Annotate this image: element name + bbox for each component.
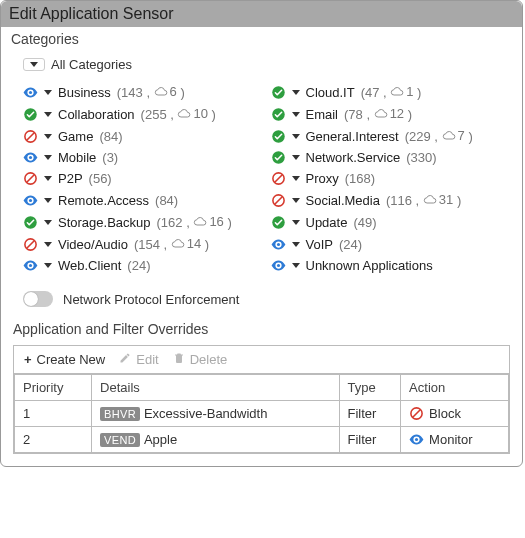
- category-name[interactable]: Business: [58, 85, 111, 100]
- category-name[interactable]: P2P: [58, 171, 83, 186]
- block-icon[interactable]: [23, 129, 38, 144]
- cell-details: BHVRExcessive-Bandwidth: [92, 401, 339, 427]
- chevron-down-icon[interactable]: [44, 263, 52, 268]
- chevron-down-icon[interactable]: [292, 263, 300, 268]
- cell-type: Filter: [339, 427, 401, 453]
- category-count: (84): [99, 129, 122, 144]
- svg-line-10: [27, 175, 35, 183]
- category-row: VoIP (24): [271, 236, 509, 252]
- category-row: Remote.Access (84): [23, 192, 261, 208]
- chevron-down-icon[interactable]: [44, 155, 52, 160]
- category-row: Proxy (168): [271, 171, 509, 186]
- category-row: Business (143 , 6 ): [23, 84, 261, 100]
- category-row: Cloud.IT (47 , 1 ): [271, 84, 509, 100]
- category-count: (78 , 12 ): [344, 106, 412, 122]
- page-title: Edit Application Sensor: [1, 1, 522, 27]
- category-name[interactable]: Proxy: [306, 171, 339, 186]
- block-icon[interactable]: [271, 193, 286, 208]
- svg-line-12: [274, 175, 282, 183]
- cell-action: Block: [401, 401, 509, 427]
- block-icon[interactable]: [23, 171, 38, 186]
- block-icon[interactable]: [23, 237, 38, 252]
- network-protocol-enforcement-toggle[interactable]: [23, 291, 53, 307]
- chevron-down-icon: [30, 62, 38, 67]
- category-name[interactable]: Email: [306, 107, 339, 122]
- chevron-down-icon[interactable]: [292, 220, 300, 225]
- svg-line-19: [27, 240, 35, 248]
- monitor-icon[interactable]: [23, 150, 38, 165]
- category-name[interactable]: Mobile: [58, 150, 96, 165]
- detail-tag: VEND: [100, 433, 140, 447]
- allow-icon[interactable]: [271, 150, 286, 165]
- category-count: (24): [339, 237, 362, 252]
- chevron-down-icon[interactable]: [292, 242, 300, 247]
- category-count: (154 , 14 ): [134, 236, 209, 252]
- chevron-down-icon[interactable]: [44, 220, 52, 225]
- category-name[interactable]: Web.Client: [58, 258, 121, 273]
- allow-icon[interactable]: [271, 129, 286, 144]
- create-new-button[interactable]: + Create New: [24, 352, 105, 367]
- allow-icon[interactable]: [271, 107, 286, 122]
- table-row[interactable]: 2VENDAppleFilterMonitor: [15, 427, 509, 453]
- category-name[interactable]: Unknown Applications: [306, 258, 433, 273]
- category-count: (56): [89, 171, 112, 186]
- monitor-icon[interactable]: [271, 237, 286, 252]
- category-name[interactable]: Cloud.IT: [306, 85, 355, 100]
- category-count: (162 , 16 ): [157, 214, 232, 230]
- category-row: P2P (56): [23, 171, 261, 186]
- monitor-icon[interactable]: [271, 258, 286, 273]
- col-details: Details: [92, 375, 339, 401]
- category-row: Email (78 , 12 ): [271, 106, 509, 122]
- allow-icon[interactable]: [23, 107, 38, 122]
- category-name[interactable]: Game: [58, 129, 93, 144]
- chevron-down-icon[interactable]: [292, 112, 300, 117]
- category-count: (143 , 6 ): [117, 84, 185, 100]
- category-name[interactable]: Network.Service: [306, 150, 401, 165]
- allow-icon[interactable]: [23, 215, 38, 230]
- chevron-down-icon[interactable]: [292, 155, 300, 160]
- category-name[interactable]: General.Interest: [306, 129, 399, 144]
- svg-point-13: [29, 198, 32, 201]
- plus-icon: +: [24, 352, 32, 367]
- monitor-icon[interactable]: [23, 85, 38, 100]
- category-name[interactable]: Remote.Access: [58, 193, 149, 208]
- table-row[interactable]: 1BHVRExcessive-BandwidthFilterBlock: [15, 401, 509, 427]
- chevron-down-icon[interactable]: [44, 90, 52, 95]
- category-count: (255 , 10 ): [141, 106, 216, 122]
- category-name[interactable]: VoIP: [306, 237, 333, 252]
- cell-details: VENDApple: [92, 427, 339, 453]
- all-categories-dropdown[interactable]: [23, 58, 45, 71]
- chevron-down-icon[interactable]: [44, 242, 52, 247]
- block-icon: [409, 406, 424, 421]
- cloud-icon: 12: [374, 106, 404, 121]
- cloud-icon: 31: [423, 192, 453, 207]
- monitor-icon[interactable]: [23, 193, 38, 208]
- block-icon[interactable]: [271, 171, 286, 186]
- monitor-icon[interactable]: [23, 258, 38, 273]
- pencil-icon: [119, 352, 131, 367]
- category-name[interactable]: Video/Audio: [58, 237, 128, 252]
- chevron-down-icon[interactable]: [44, 176, 52, 181]
- chevron-down-icon[interactable]: [44, 134, 52, 139]
- chevron-down-icon[interactable]: [292, 176, 300, 181]
- cloud-icon: 16: [193, 214, 223, 229]
- category-count: (116 , 31 ): [386, 192, 461, 208]
- category-name[interactable]: Storage.Backup: [58, 215, 151, 230]
- cloud-icon: 1: [390, 84, 413, 99]
- category-name[interactable]: Update: [306, 215, 348, 230]
- all-categories-label: All Categories: [51, 57, 132, 72]
- chevron-down-icon[interactable]: [292, 198, 300, 203]
- edit-button[interactable]: Edit: [119, 352, 158, 367]
- chevron-down-icon[interactable]: [44, 198, 52, 203]
- chevron-down-icon[interactable]: [292, 134, 300, 139]
- allow-icon[interactable]: [271, 215, 286, 230]
- category-row: Social.Media (116 , 31 ): [271, 192, 509, 208]
- chevron-down-icon[interactable]: [292, 90, 300, 95]
- allow-icon[interactable]: [271, 85, 286, 100]
- category-name[interactable]: Social.Media: [306, 193, 380, 208]
- category-name[interactable]: Collaboration: [58, 107, 135, 122]
- svg-point-25: [415, 438, 418, 441]
- delete-button[interactable]: Delete: [173, 352, 228, 367]
- chevron-down-icon[interactable]: [44, 112, 52, 117]
- toggle-knob: [24, 292, 38, 306]
